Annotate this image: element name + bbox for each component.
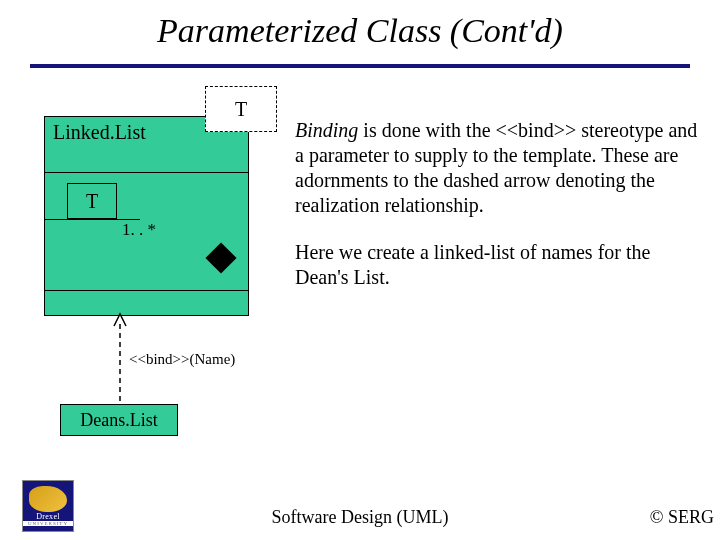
template-class-body: T 1. . *	[45, 173, 248, 291]
footer-title: Software Design (UML)	[0, 507, 720, 528]
footer-copyright: © SERG	[650, 507, 714, 528]
multiplicity-label: 1. . *	[122, 220, 156, 240]
template-class-footer	[45, 291, 248, 315]
bind-stereotype-label: <<bind>>(Name)	[129, 351, 235, 368]
inner-type-box: T	[67, 183, 117, 219]
explanation-text: Binding is done with the <<bind>> stereo…	[295, 118, 703, 312]
template-parameter-box: T	[205, 86, 277, 132]
explanation-paragraph-1: Binding is done with the <<bind>> stereo…	[295, 118, 703, 218]
content-area: Linked.List T 1. . * T <<bind>>(Name) De…	[0, 68, 720, 438]
explanation-paragraph-2: Here we create a linked-list of names fo…	[295, 240, 703, 290]
slide-title: Parameterized Class (Cont'd)	[40, 12, 680, 50]
template-class-box: Linked.List T 1. . *	[44, 116, 249, 316]
composition-diamond-icon	[205, 242, 236, 273]
binding-keyword: Binding	[295, 119, 358, 141]
uml-diagram: Linked.List T 1. . * T <<bind>>(Name) De…	[30, 68, 290, 438]
inner-divider	[45, 219, 140, 220]
bound-class-box: Deans.List	[60, 404, 178, 436]
